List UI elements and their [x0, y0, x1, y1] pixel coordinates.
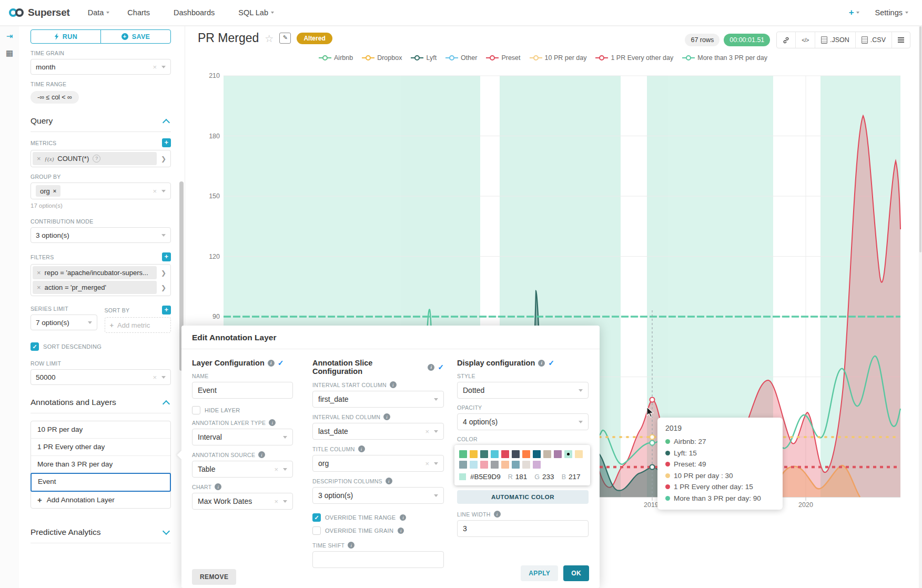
interval-end-select[interactable]: last_date ×: [312, 423, 444, 440]
contribution-mode-select[interactable]: 3 option(s): [31, 227, 171, 243]
description-columns-select[interactable]: 3 option(s): [312, 487, 444, 504]
annotation-layer-item[interactable]: 1 PR Every other day: [31, 439, 170, 456]
annotation-layer-item[interactable]: More than 3 PR per day: [31, 456, 170, 473]
legend-item[interactable]: Preset: [486, 54, 520, 62]
collapse-datasource-icon[interactable]: ⇥: [0, 29, 19, 43]
hex-value[interactable]: #B5E9D9: [470, 473, 501, 481]
expand-icon[interactable]: ❯: [157, 269, 169, 277]
legend-item[interactable]: Dropbox: [362, 54, 402, 62]
save-button[interactable]: + SAVE: [100, 29, 171, 44]
info-icon[interactable]: i: [494, 511, 501, 518]
add-filter-button[interactable]: +: [162, 252, 171, 261]
info-icon[interactable]: i: [215, 483, 221, 490]
remove-icon[interactable]: ×: [37, 269, 41, 277]
legend-item[interactable]: Airbnb: [319, 54, 353, 62]
settings-menu[interactable]: Settings: [875, 8, 908, 17]
color-swatch[interactable]: [501, 450, 509, 458]
info-icon[interactable]: i: [258, 451, 265, 458]
clear-icon[interactable]: ×: [425, 428, 429, 435]
embed-code-button[interactable]: </>: [795, 32, 815, 48]
dataset-grid-icon[interactable]: ▦: [0, 46, 19, 60]
add-metric-button[interactable]: +: [162, 138, 171, 147]
color-swatch[interactable]: [501, 461, 509, 469]
title-column-select[interactable]: org ×: [312, 455, 444, 472]
chart-menu-button[interactable]: [891, 32, 910, 48]
annotation-layer-type-select[interactable]: Interval: [192, 429, 293, 445]
clear-icon[interactable]: ×: [153, 373, 157, 381]
color-swatch[interactable]: [480, 450, 488, 458]
add-new-button[interactable]: +: [849, 7, 859, 18]
superset-logo[interactable]: Superset: [0, 7, 70, 18]
color-swatch[interactable]: [480, 461, 488, 469]
color-swatch[interactable]: [533, 461, 541, 469]
style-select[interactable]: Dotted: [457, 382, 589, 399]
sort-descending-checkbox[interactable]: ✓: [31, 342, 39, 351]
run-button[interactable]: RUN: [31, 29, 101, 44]
clear-icon[interactable]: ×: [153, 187, 157, 195]
g-value[interactable]: 233: [542, 473, 554, 481]
r-value[interactable]: 181: [515, 473, 528, 481]
expand-icon[interactable]: ❯: [157, 284, 169, 291]
info-icon[interactable]: i: [390, 381, 397, 388]
info-icon[interactable]: i: [383, 413, 390, 420]
group-by-chip[interactable]: org×: [36, 185, 60, 197]
info-icon[interactable]: i: [269, 419, 276, 426]
add-annotation-layer-button[interactable]: + Add Annotation Layer: [31, 491, 170, 508]
clear-icon[interactable]: ×: [153, 63, 157, 71]
edit-properties-icon[interactable]: ✎: [279, 33, 291, 44]
time-range-pill[interactable]: -∞ ≤ col < ∞: [31, 91, 79, 104]
color-swatch[interactable]: [512, 461, 520, 469]
info-icon[interactable]: i: [386, 478, 392, 484]
nav-menu-item[interactable]: Data: [88, 8, 110, 17]
info-icon[interactable]: i: [268, 360, 275, 367]
time-shift-input[interactable]: [312, 551, 444, 568]
line-width-input[interactable]: 3: [457, 520, 589, 537]
legend-item[interactable]: Lyft: [411, 54, 437, 62]
time-grain-select[interactable]: month ×: [31, 59, 171, 75]
apply-button[interactable]: APPLY: [521, 565, 558, 581]
sort-by-add-metric[interactable]: +Add metric: [105, 317, 171, 333]
annotations-section-header[interactable]: Annotations and Layers: [31, 398, 171, 413]
opacity-select[interactable]: 4 option(s): [457, 413, 589, 430]
nav-menu-item[interactable]: Charts: [127, 8, 156, 17]
add-sort-metric-button[interactable]: +: [162, 306, 171, 315]
color-swatch[interactable]: [470, 461, 478, 469]
color-swatch[interactable]: [575, 450, 583, 458]
filter-chip[interactable]: × repo = 'apache/incubator-supers...: [33, 266, 157, 279]
info-icon[interactable]: i: [358, 445, 365, 452]
nav-menu-item[interactable]: Dashboards: [174, 8, 220, 17]
override-time-grain-checkbox[interactable]: [312, 526, 321, 535]
remove-icon[interactable]: ×: [37, 155, 41, 163]
color-swatch[interactable]: [470, 450, 478, 458]
color-swatch[interactable]: [554, 450, 562, 458]
export-csv-button[interactable]: .CSV: [855, 32, 891, 48]
legend-item[interactable]: 1 PR Every other day: [595, 54, 673, 62]
clear-icon[interactable]: ×: [274, 498, 278, 505]
metric-chip[interactable]: × ƒ(x) COUNT(*) ?: [33, 152, 157, 165]
legend-item[interactable]: More than 3 PR per day: [682, 54, 767, 62]
clear-icon[interactable]: ×: [425, 460, 429, 468]
remove-icon[interactable]: ×: [53, 188, 56, 194]
color-swatch[interactable]: [543, 450, 551, 458]
override-time-range-checkbox[interactable]: ✓: [312, 513, 321, 522]
info-icon[interactable]: i: [398, 528, 404, 534]
info-icon[interactable]: i: [400, 514, 406, 521]
copy-link-button[interactable]: [777, 32, 795, 48]
annotation-layer-item[interactable]: 10 PR per day: [31, 421, 170, 439]
color-swatch[interactable]: [564, 450, 572, 458]
query-section-header[interactable]: Query: [31, 116, 171, 132]
series-limit-select[interactable]: 7 option(s): [31, 315, 97, 330]
altered-badge[interactable]: Altered: [297, 33, 332, 44]
b-value[interactable]: 217: [569, 473, 581, 481]
color-swatch[interactable]: [533, 450, 541, 458]
remove-icon[interactable]: ×: [37, 283, 41, 291]
legend-item[interactable]: Other: [445, 54, 477, 62]
color-swatch[interactable]: [459, 461, 467, 469]
color-swatch[interactable]: [491, 461, 499, 469]
hide-layer-checkbox[interactable]: [192, 406, 200, 414]
color-swatch[interactable]: [491, 450, 499, 458]
info-icon[interactable]: i: [428, 364, 434, 371]
color-swatch[interactable]: [459, 450, 467, 458]
interval-start-select[interactable]: first_date: [312, 391, 444, 408]
color-swatch[interactable]: [522, 461, 530, 469]
